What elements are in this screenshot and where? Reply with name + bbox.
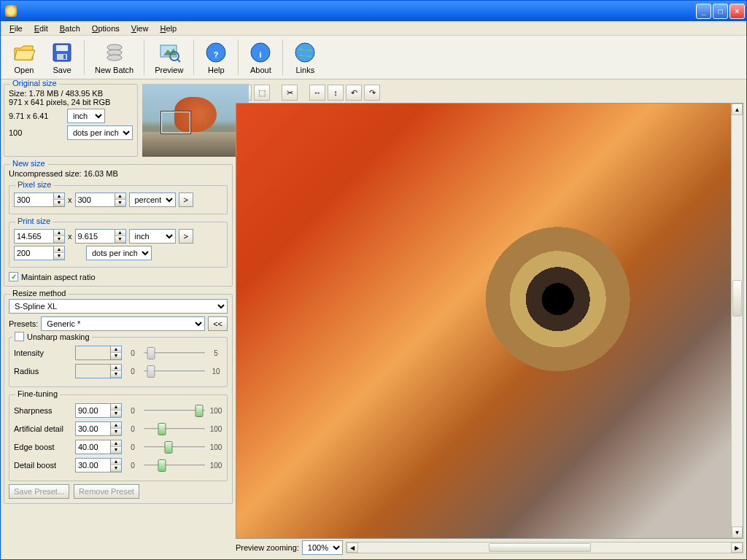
maximize-button[interactable]: □ xyxy=(713,4,728,19)
print-width-spinner[interactable]: ▲▼ xyxy=(53,229,65,244)
preview-area[interactable]: ▲ ▼ xyxy=(236,103,743,539)
print-height-input[interactable] xyxy=(75,229,115,244)
open-button[interactable]: Open xyxy=(5,39,43,76)
artificial-detail-input[interactable] xyxy=(75,421,110,436)
sharpness-spinner[interactable]: ▲▼ xyxy=(110,403,122,418)
rotate-right-button[interactable]: ↷ xyxy=(364,85,380,101)
original-res: 100 xyxy=(9,128,64,137)
menu-bar: File Edit Batch Options View Help xyxy=(1,21,746,36)
edge-boost-slider[interactable] xyxy=(144,446,205,448)
print-res-input[interactable] xyxy=(14,246,53,260)
horizontal-scrollbar[interactable]: ◀ ▶ xyxy=(346,542,743,553)
flip-horizontal-button[interactable]: ↔ xyxy=(309,85,325,101)
pixel-unit-select[interactable]: percent xyxy=(129,192,176,207)
sharpness-slider[interactable] xyxy=(144,410,205,412)
scroll-right-button[interactable]: ▶ xyxy=(731,542,743,553)
marquee-icon: ⬚ xyxy=(258,88,266,98)
open-label: Open xyxy=(15,66,34,74)
scroll-up-button[interactable]: ▲ xyxy=(732,104,743,115)
edge-boost-spinner[interactable]: ▲▼ xyxy=(110,440,122,454)
intensity-spinner: ▲▼ xyxy=(110,346,122,360)
help-button[interactable]: ? Help xyxy=(197,39,235,76)
left-panel: Original size Size: 1.78 MB / 483.95 KB … xyxy=(4,82,233,556)
preview-image xyxy=(236,104,731,538)
fine-tuning-group: Fine-tuning Sharpness ▲▼ 0 100 Artificia… xyxy=(9,394,228,481)
sharpness-input[interactable] xyxy=(75,403,110,418)
close-button[interactable]: × xyxy=(729,4,745,19)
resize-method-legend: Resize method xyxy=(10,289,68,298)
preset-toggle-button[interactable]: << xyxy=(208,316,228,331)
floppy-save-icon xyxy=(50,41,74,64)
artificial-detail-label: Artificial detail xyxy=(14,424,71,433)
save-label: Save xyxy=(53,66,71,74)
pixel-height-spinner[interactable]: ▲▼ xyxy=(115,192,126,207)
menu-edit[interactable]: Edit xyxy=(28,23,54,34)
detail-boost-spinner[interactable]: ▲▼ xyxy=(110,458,122,472)
menu-view[interactable]: View xyxy=(125,23,155,34)
flip-vertical-button[interactable]: ↕ xyxy=(328,85,344,101)
artificial-detail-spinner[interactable]: ▲▼ xyxy=(110,421,122,436)
resize-method-select[interactable]: S-Spline XL xyxy=(9,299,228,314)
x-label: x xyxy=(68,232,72,241)
rotate-left-button[interactable]: ↶ xyxy=(346,85,362,101)
pixel-height-input[interactable] xyxy=(75,192,115,207)
right-panel: ✋ ⬚ ✂ ↔ ↕ ↶ ↷ ▲ ▼ Preview zooming: xyxy=(236,82,743,556)
minimize-button[interactable]: _ xyxy=(696,4,711,19)
new-batch-label: New Batch xyxy=(95,66,133,74)
x-label: x xyxy=(68,195,72,204)
original-res-unit-select[interactable]: dots per inch xyxy=(67,125,133,140)
print-go-button[interactable]: > xyxy=(179,229,193,244)
scroll-left-button[interactable]: ◀ xyxy=(347,542,358,553)
pixel-size-group: Pixel size ▲▼ x ▲▼ percent > xyxy=(9,185,228,214)
thumbnail-preview[interactable] xyxy=(142,84,249,154)
radius-spinner: ▲▼ xyxy=(110,364,122,378)
print-height-spinner[interactable]: ▲▼ xyxy=(115,229,126,244)
about-button[interactable]: i About xyxy=(241,39,279,76)
unsharp-group: Unsharp masking Intensity ▲▼ 0 5 Radius … xyxy=(9,337,228,387)
detail-boost-input[interactable] xyxy=(75,458,110,472)
preview-button[interactable]: Preview xyxy=(147,39,190,76)
marquee-tool-button[interactable]: ⬚ xyxy=(254,85,270,101)
print-res-spinner[interactable]: ▲▼ xyxy=(53,246,65,260)
menu-batch[interactable]: Batch xyxy=(54,23,86,34)
menu-help[interactable]: Help xyxy=(154,23,182,34)
links-label: Links xyxy=(295,66,314,74)
edge-boost-input[interactable] xyxy=(75,440,110,454)
checkbox-empty-icon xyxy=(15,332,24,341)
scroll-down-button[interactable]: ▼ xyxy=(732,526,743,538)
detail-boost-slider[interactable] xyxy=(144,464,205,467)
preview-label: Preview xyxy=(155,66,183,74)
original-unit-select[interactable]: inch xyxy=(67,109,105,123)
artificial-detail-slider[interactable] xyxy=(144,428,205,430)
zoom-select[interactable]: 100% xyxy=(302,540,343,555)
links-button[interactable]: Links xyxy=(286,39,324,76)
print-res-unit-select[interactable]: dots per inch xyxy=(86,246,152,260)
svg-rect-3 xyxy=(63,55,66,59)
pixel-width-spinner[interactable]: ▲▼ xyxy=(53,192,65,207)
print-unit-select[interactable]: inch xyxy=(129,229,176,244)
print-size-group: Print size ▲▼ x ▲▼ inch > ▲▼ dots per in… xyxy=(9,222,228,268)
new-size-group: New size Uncompressed size: 16.03 MB Pix… xyxy=(4,164,233,287)
save-button[interactable]: Save xyxy=(43,39,81,76)
menu-file[interactable]: File xyxy=(4,23,28,34)
menu-options[interactable]: Options xyxy=(86,23,125,34)
save-preset-button[interactable]: Save Preset... xyxy=(9,484,69,499)
help-icon: ? xyxy=(204,41,228,64)
print-size-legend: Print size xyxy=(15,217,53,225)
pixel-width-input[interactable] xyxy=(14,192,53,207)
checkmark-icon: ✓ xyxy=(9,272,18,281)
original-size-group: Original size Size: 1.78 MB / 483.95 KB … xyxy=(4,84,138,157)
unsharp-label: Unsharp masking xyxy=(27,332,90,341)
unsharp-checkbox[interactable]: Unsharp masking xyxy=(15,332,90,341)
crop-tool-button[interactable]: ✂ xyxy=(282,85,298,101)
pixel-go-button[interactable]: > xyxy=(179,192,193,207)
presets-label: Presets: xyxy=(9,319,38,328)
aspect-checkbox[interactable]: ✓ Maintain aspect ratio xyxy=(9,272,228,281)
print-width-input[interactable] xyxy=(14,229,53,244)
folder-open-icon xyxy=(12,41,36,64)
new-batch-button[interactable]: New Batch xyxy=(88,39,141,76)
vertical-scrollbar[interactable]: ▲ ▼ xyxy=(731,104,743,538)
remove-preset-button[interactable]: Remove Preset xyxy=(74,484,139,499)
fine-tuning-legend: Fine-tuning xyxy=(15,389,60,398)
presets-select[interactable]: Generic * xyxy=(41,316,205,331)
